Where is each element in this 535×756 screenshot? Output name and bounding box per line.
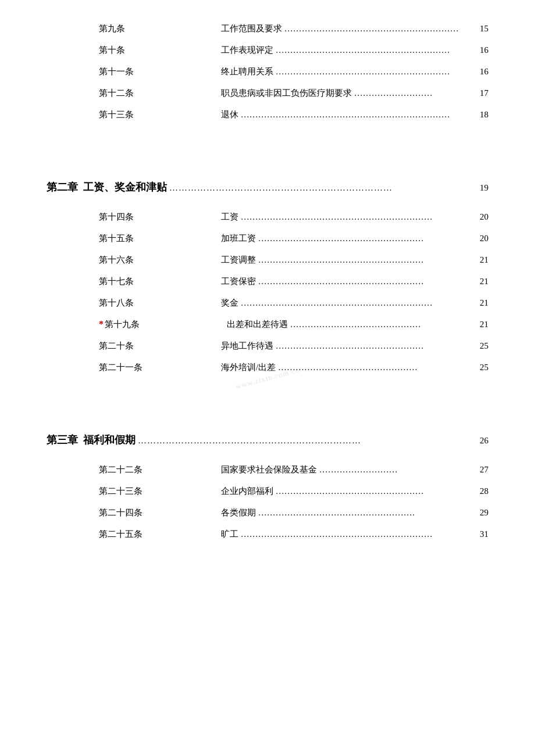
chapter2-page: 19: [471, 183, 488, 193]
toc-entry-article10: 第十条 工作表现评定 …………………………………………………… 16: [99, 45, 488, 56]
article19-title: 出差和出差待遇 ………………………………………: [227, 319, 471, 330]
toc-entry-article9: 第九条 工作范围及要求 …………………………………………………… 15: [99, 23, 488, 34]
article13-label: 第十三条: [99, 109, 221, 120]
article20-title: 异地工作待遇 ……………………………………………: [221, 341, 471, 352]
chapter2-articles: 第十四条 工资 ………………………………………………………… 20 第十五条 加…: [99, 212, 488, 373]
article13-page: 18: [471, 110, 488, 120]
chapter2-title-row: 第二章 工资、奖金和津贴 ……………………………………………………………… 19: [47, 180, 488, 194]
toc-entry-article16: 第十六条 工资调整 ………………………………………………… 21: [99, 255, 488, 266]
article24-title: 各类假期 ………………………………………………: [221, 507, 471, 518]
toc-entry-article23: 第二十三条 企业内部福利 …………………………………………… 28: [99, 486, 488, 497]
chapter2-dots: ………………………………………………………………: [167, 183, 471, 193]
article23-label: 第二十三条: [99, 486, 221, 497]
article25-page: 31: [471, 529, 488, 539]
chapter3-title-row: 第三章 福利和假期 ……………………………………………………………… 26: [47, 433, 488, 447]
article17-label: 第十七条: [99, 276, 221, 287]
article14-label: 第十四条: [99, 212, 221, 223]
article21-label: 第二十一条: [99, 362, 221, 373]
article10-title: 工作表现评定 ……………………………………………………: [221, 45, 471, 56]
article16-page: 21: [471, 255, 488, 265]
chapter2-section: 第二章 工资、奖金和津贴 ……………………………………………………………… 19…: [47, 180, 488, 373]
toc-entry-article25: 第二十五条 旷工 ………………………………………………………… 31: [99, 529, 488, 540]
article18-page: 21: [471, 298, 488, 308]
article15-page: 20: [471, 234, 488, 243]
chapter3-articles: 第二十二条 国家要求社会保险及基金 ……………………… 27 第二十三条 企业内…: [99, 464, 488, 540]
article12-label: 第十二条: [99, 88, 221, 99]
article19-label: 第十九条: [105, 319, 227, 330]
article14-page: 20: [471, 212, 488, 222]
article17-page: 21: [471, 277, 488, 286]
star-marker: *: [99, 319, 104, 329]
article18-label: 第十八条: [99, 298, 221, 309]
article12-page: 17: [471, 88, 488, 98]
article11-title: 终止聘用关系 ……………………………………………………: [221, 66, 471, 77]
article9-title: 工作范围及要求 ……………………………………………………: [221, 23, 471, 34]
article21-page: 25: [471, 363, 488, 372]
article25-label: 第二十五条: [99, 529, 221, 540]
article21-title: 海外培训/出差 …………………………………………: [221, 362, 471, 373]
article17-title: 工资保密 …………………………………………………: [221, 276, 471, 287]
toc-entry-article15: 第十五条 加班工资 ………………………………………………… 20: [99, 233, 488, 244]
article24-label: 第二十四条: [99, 507, 221, 518]
toc-entry-article24: 第二十四条 各类假期 ……………………………………………… 29: [99, 507, 488, 518]
article12-title: 职员患病或非因工负伤医疗期要求 ………………………: [221, 88, 471, 99]
article22-title: 国家要求社会保险及基金 ………………………: [221, 464, 471, 475]
toc-entry-article21: 第二十一条 海外培训/出差 ………………………………………… 25: [99, 362, 488, 373]
toc-entry-article22: 第二十二条 国家要求社会保险及基金 ……………………… 27: [99, 464, 488, 475]
toc-entry-article20: 第二十条 异地工作待遇 …………………………………………… 25: [99, 341, 488, 352]
article15-title: 加班工资 …………………………………………………: [221, 233, 471, 244]
article9-label: 第九条: [99, 23, 221, 34]
article14-title: 工资 …………………………………………………………: [221, 212, 471, 223]
toc-entry-article11: 第十一条 终止聘用关系 …………………………………………………… 16: [99, 66, 488, 77]
toc-entry-article13: 第十三条 退休 ……………………………………………………………… 18: [99, 109, 488, 120]
article10-page: 16: [471, 45, 488, 55]
chapter2-label: 第二章 工资、奖金和津贴: [47, 180, 167, 194]
toc-page: 第九条 工作范围及要求 …………………………………………………… 15 第十条 …: [47, 23, 488, 540]
article18-title: 奖金 …………………………………………………………: [221, 298, 471, 309]
article25-title: 旷工 …………………………………………………………: [221, 529, 471, 540]
article13-title: 退休 ………………………………………………………………: [221, 109, 471, 120]
article15-label: 第十五条: [99, 233, 221, 244]
article24-page: 29: [471, 508, 488, 518]
chapter3-dots: ………………………………………………………………: [135, 436, 471, 446]
toc-entry-article12: 第十二条 职员患病或非因工负伤医疗期要求 ……………………… 17: [99, 88, 488, 99]
toc-entry-article18: 第十八条 奖金 ………………………………………………………… 21: [99, 298, 488, 309]
toc-entry-article14: 第十四条 工资 ………………………………………………………… 20: [99, 212, 488, 223]
article22-label: 第二十二条: [99, 464, 221, 475]
toc-entry-article19: * 第十九条 出差和出差待遇 ……………………………………… 21: [99, 319, 488, 330]
chapter3-label: 第三章 福利和假期: [47, 433, 135, 447]
article23-page: 28: [471, 486, 488, 496]
article9-page: 15: [471, 24, 488, 34]
article20-label: 第二十条: [99, 341, 221, 352]
article19-page: 21: [471, 320, 488, 329]
article23-title: 企业内部福利 ……………………………………………: [221, 486, 471, 497]
article22-page: 27: [471, 465, 488, 475]
chapter1-articles: 第九条 工作范围及要求 …………………………………………………… 15 第十条 …: [99, 23, 488, 120]
chapter3-page: 26: [471, 436, 488, 446]
article16-title: 工资调整 …………………………………………………: [221, 255, 471, 266]
toc-entry-article17: 第十七条 工资保密 ………………………………………………… 21: [99, 276, 488, 287]
article10-label: 第十条: [99, 45, 221, 56]
article11-label: 第十一条: [99, 66, 221, 77]
chapter3-section: 第三章 福利和假期 ……………………………………………………………… 26 第二…: [47, 433, 488, 540]
article16-label: 第十六条: [99, 255, 221, 266]
article11-page: 16: [471, 67, 488, 77]
article20-page: 25: [471, 341, 488, 351]
